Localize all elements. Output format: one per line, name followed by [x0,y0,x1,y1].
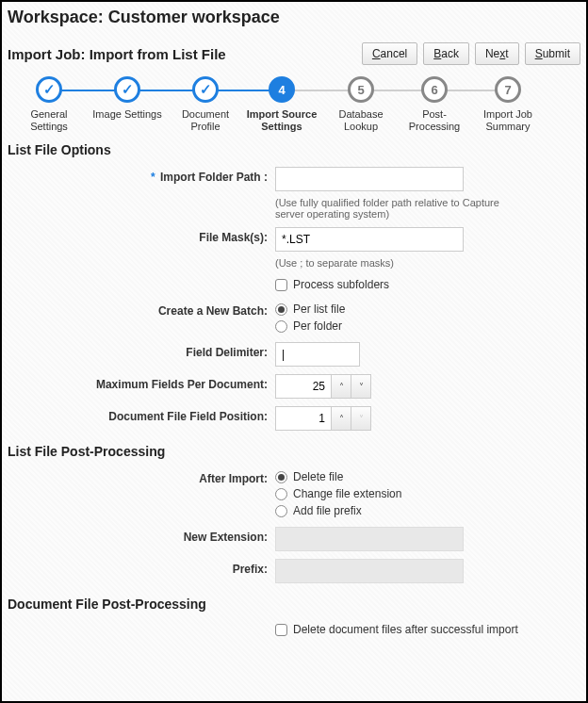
wizard-stepper: ✓ General Settings ✓ Image Settings ✓ Do… [2,69,586,133]
radio-icon [275,320,287,333]
step-database-lookup[interactable]: 5 Database Lookup [324,76,398,133]
spin-down-button[interactable]: ˅ [351,374,371,399]
radio-label: Delete file [293,470,343,483]
check-icon: ✓ [122,81,134,98]
step-import-job-summary[interactable]: 7 Import Job Summary [471,76,545,133]
section-list-file-post-processing: List File Post-Processing [2,434,586,465]
doc-field-pos-label: Document File Field Position: [2,406,275,423]
step-general-settings[interactable]: ✓ General Settings [15,76,83,133]
after-import-delete-radio[interactable]: Delete file [275,468,575,485]
chevron-down-icon: ˅ [359,414,364,424]
step-number: 6 [421,76,448,103]
create-new-batch-label: Create a New Batch: [2,301,275,318]
spin-up-button[interactable]: ˄ [331,406,351,431]
checkbox-icon [275,624,287,636]
delete-doc-files-label: Delete document files after successful i… [293,623,518,636]
cancel-button[interactable]: Cancel [362,42,417,65]
radio-label: Per list file [293,302,345,316]
doc-field-pos-spinner: ˄ ˅ [275,406,371,431]
chevron-up-icon: ˄ [339,382,344,392]
radio-icon [275,303,287,316]
field-delimiter-label: Field Delimiter: [2,342,275,359]
field-delimiter-input[interactable] [275,342,360,367]
delete-doc-files-checkbox[interactable]: Delete document files after successful i… [275,621,575,638]
batch-per-folder-radio[interactable]: Per folder [275,318,575,335]
step-label: Import Source Settings [247,108,318,133]
radio-icon [275,488,287,500]
radio-icon [275,471,287,483]
step-label: Document Profile [182,108,229,133]
radio-icon [275,505,287,517]
step-number: 5 [348,76,374,103]
step-post-processing[interactable]: 6 Post- Processing [398,76,471,133]
import-folder-path-hint: (Use fully qualified folder path relativ… [275,197,530,220]
radio-label: Change file extension [293,487,401,500]
after-import-change-ext-radio[interactable]: Change file extension [275,485,575,502]
radio-label: Per folder [293,319,342,333]
submit-button[interactable]: Submit [525,42,580,65]
next-button[interactable]: Next [475,42,519,65]
step-document-profile[interactable]: ✓ Document Profile [172,76,239,133]
spin-up-button[interactable]: ˄ [331,374,351,399]
radio-label: Add file prefix [293,504,362,517]
prefix-label: Prefix: [2,559,275,576]
file-masks-hint: (Use ; to separate masks) [275,257,530,269]
chevron-down-icon: ˅ [359,382,364,392]
checkbox-icon [275,279,287,291]
new-extension-input [275,527,464,551]
check-icon: ✓ [43,81,56,98]
step-number: 7 [495,76,521,103]
step-label: General Settings [30,108,68,133]
section-list-file-options: List File Options [2,133,586,163]
check-icon: ✓ [200,81,212,98]
step-label: Image Settings [92,108,161,121]
batch-per-list-file-radio[interactable]: Per list file [275,301,575,318]
process-subfolders-checkbox[interactable]: Process subfolders [275,276,575,293]
import-folder-path-label: * Import Folder Path : [2,167,275,184]
chevron-up-icon: ˄ [339,414,344,424]
step-import-source-settings[interactable]: 4 Import Source Settings [239,76,324,133]
workspace-title: Workspace: Customer workspace [2,2,586,42]
max-fields-spinner: ˄ ˅ [275,374,371,399]
after-import-label: After Import: [2,468,275,485]
doc-field-pos-input[interactable] [275,406,332,431]
step-label: Import Job Summary [483,108,532,133]
max-fields-label: Maximum Fields Per Document: [2,374,275,391]
max-fields-input[interactable] [275,374,332,399]
spin-down-button: ˅ [351,406,371,431]
prefix-input [275,559,464,583]
step-image-settings[interactable]: ✓ Image Settings [83,76,172,121]
new-extension-label: New Extension: [2,527,275,544]
section-document-file-post-processing: Document File Post-Processing [2,587,586,617]
step-label: Database Lookup [338,108,383,133]
action-buttons: Cancel Back Next Submit [362,42,580,65]
file-masks-input[interactable] [275,227,464,252]
process-subfolders-label: Process subfolders [293,278,389,291]
file-masks-label: File Mask(s): [2,227,275,244]
step-number: 4 [269,76,295,103]
job-title: Import Job: Import from List File [8,46,226,62]
import-folder-path-input[interactable] [275,167,464,191]
after-import-add-prefix-radio[interactable]: Add file prefix [275,502,575,519]
step-label: Post- Processing [409,108,460,133]
back-button[interactable]: Back [423,42,469,65]
